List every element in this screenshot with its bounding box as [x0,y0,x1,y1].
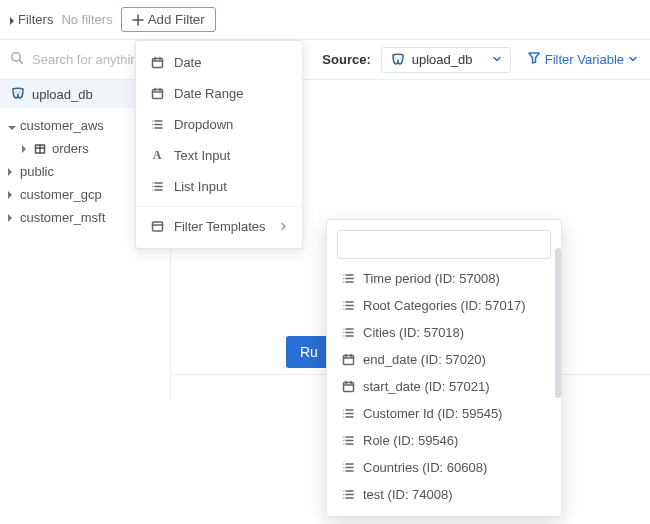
calendar-icon [341,353,355,366]
menu-item-label: Filter Templates [174,219,266,234]
svg-point-9 [152,124,153,125]
menu-item-list-input[interactable]: List Input [136,171,302,202]
postgres-icon [10,86,26,102]
menu-item-label: Date [174,55,201,70]
caret-right-icon [8,187,14,202]
template-item-label: start_date (ID: 57021) [363,379,489,394]
list-icon [341,326,355,339]
chevron-down-icon [628,52,638,67]
svg-point-1 [395,57,396,58]
schema-label: customer_msft [20,210,105,225]
filter-bar: Filters No filters Add Filter [0,0,650,40]
filter-variable-label: Filter Variable [545,52,624,67]
menu-item-label: List Input [174,179,227,194]
list-icon [341,488,355,501]
svg-point-21 [343,328,344,329]
list-icon [341,272,355,285]
calendar-icon [341,380,355,393]
menu-item-date-range[interactable]: Date Range [136,78,302,109]
menu-separator [136,206,302,207]
template-item-label: test (ID: 74008) [363,487,453,502]
svg-point-26 [343,409,344,410]
toolbar-row: Source: upload_db Filter Variable [0,40,650,80]
plus-icon [132,14,144,26]
list-icon [150,180,164,193]
schema-label: customer_gcp [20,187,102,202]
calendar-icon [150,87,164,100]
svg-rect-7 [152,90,162,99]
table-icon [34,143,46,155]
filters-label: Filters [18,12,53,27]
svg-point-2 [399,57,400,58]
svg-point-29 [343,436,344,437]
database-name: upload_db [32,87,93,102]
template-item-label: Root Categories (ID: 57017) [363,298,526,313]
svg-point-22 [343,332,344,333]
template-item[interactable]: Time period (ID: 57008) [337,265,551,292]
caret-right-icon [8,210,14,225]
svg-point-28 [343,416,344,417]
chevron-down-icon [492,52,502,67]
add-filter-button[interactable]: Add Filter [121,7,216,32]
svg-point-20 [343,308,344,309]
svg-point-10 [152,127,153,128]
template-item-label: end_date (ID: 57020) [363,352,486,367]
svg-point-15 [343,274,344,275]
add-filter-label: Add Filter [148,12,205,27]
svg-rect-25 [343,383,353,392]
filter-variable-button[interactable]: Filter Variable [511,51,650,68]
menu-item-filter-templates[interactable]: Filter Templates [136,211,302,242]
template-item[interactable]: Customer Id (ID: 59545) [337,400,551,427]
filters-status: No filters [61,12,112,27]
svg-point-16 [343,278,344,279]
svg-point-23 [343,335,344,336]
template-item-label: Customer Id (ID: 59545) [363,406,502,421]
menu-item-label: Dropdown [174,117,233,132]
search-icon [10,51,24,68]
svg-point-35 [343,490,344,491]
template-item[interactable]: test (ID: 74008) [337,481,551,508]
menu-item-dropdown[interactable]: Dropdown [136,109,302,140]
template-item-label: Cities (ID: 57018) [363,325,464,340]
postgres-icon [390,52,406,68]
source-label: Source: [322,52,380,67]
template-item-label: Time period (ID: 57008) [363,271,500,286]
templates-search-input[interactable] [337,230,551,259]
svg-rect-14 [152,222,162,231]
svg-point-18 [343,301,344,302]
template-item[interactable]: Root Categories (ID: 57017) [337,292,551,319]
list-icon [341,407,355,420]
svg-point-31 [343,443,344,444]
svg-point-13 [152,189,153,190]
svg-point-32 [343,463,344,464]
template-item[interactable]: end_date (ID: 57020) [337,346,551,373]
filters-toggle[interactable]: Filters [10,12,53,27]
schema-label: public [20,164,54,179]
menu-item-text-input[interactable]: A Text Input [136,140,302,171]
menu-item-label: Date Range [174,86,243,101]
template-item-label: Countries (ID: 60608) [363,460,487,475]
source-select[interactable]: upload_db [381,47,511,73]
chevron-right-icon [279,219,288,234]
svg-point-19 [343,305,344,306]
template-item[interactable]: Countries (ID: 60608) [337,454,551,481]
scrollbar[interactable] [555,248,561,398]
templates-list[interactable]: Time period (ID: 57008)Root Categories (… [337,265,551,508]
svg-point-33 [343,467,344,468]
svg-point-37 [343,497,344,498]
schema-label: customer_aws [20,118,104,133]
template-item[interactable]: Role (ID: 59546) [337,427,551,454]
template-item[interactable]: Cities (ID: 57018) [337,319,551,346]
table-label: orders [52,141,89,156]
list-icon [341,461,355,474]
svg-point-17 [343,281,344,282]
svg-point-4 [19,91,20,92]
caret-right-icon [22,141,28,156]
menu-item-date[interactable]: Date [136,47,302,78]
svg-point-11 [152,182,153,183]
template-item[interactable]: start_date (ID: 57021) [337,373,551,400]
text-icon: A [150,148,164,163]
svg-point-30 [343,440,344,441]
funnel-icon [527,51,541,68]
menu-item-label: Text Input [174,148,230,163]
